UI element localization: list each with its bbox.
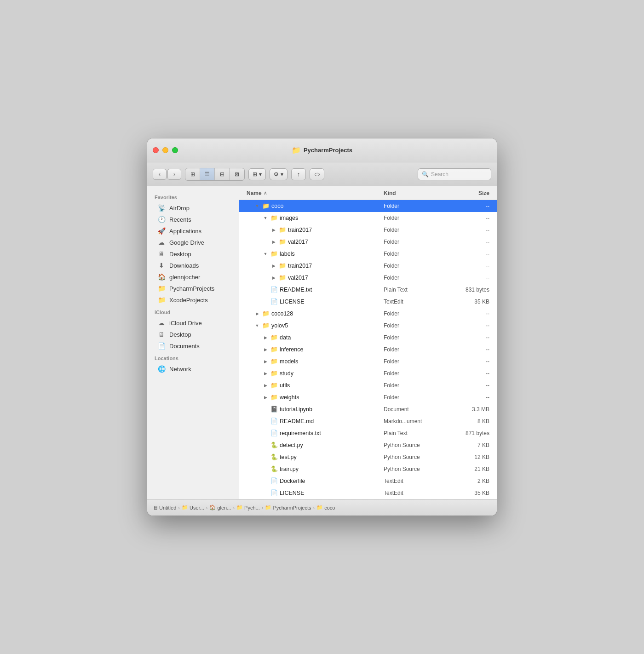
action-button[interactable]: ⚙ ▾ (270, 168, 288, 180)
expand-button[interactable]: ▶ (262, 370, 269, 377)
sidebar-label-airdrop: AirDrop (169, 205, 190, 212)
sidebar-item-recents[interactable]: 🕐 Recents (150, 214, 236, 225)
expand-button[interactable]: ▶ (262, 334, 269, 341)
breadcrumb-separator: › (313, 505, 315, 511)
expand-button[interactable]: ▶ (270, 263, 277, 269)
back-icon: ‹ (159, 171, 161, 178)
breadcrumb-item[interactable]: 🏠 glen... (209, 505, 231, 511)
expand-button[interactable]: ▼ (262, 215, 269, 221)
file-kind: Folder (384, 215, 453, 221)
table-row[interactable]: ▶📁inferenceFolder-- (239, 344, 497, 356)
maximize-button[interactable] (172, 147, 178, 153)
file-size: 831 bytes (453, 287, 489, 293)
sidebar-label-recents: Recents (169, 216, 191, 223)
breadcrumb-item[interactable]: 📁 PycharmProjects (265, 505, 311, 511)
table-row[interactable]: ▼📁cocoFolder-- (239, 200, 497, 212)
table-row[interactable]: ▼📁labelsFolder-- (239, 248, 497, 260)
file-kind: Folder (384, 263, 453, 269)
table-row[interactable]: 📄DockerfileTextEdit2 KB (239, 475, 497, 487)
table-row[interactable]: ▶📁studyFolder-- (239, 367, 497, 379)
file-name: coco (271, 203, 283, 209)
col-name-header[interactable]: Name ∧ (247, 190, 384, 196)
table-row[interactable]: ▼📁imagesFolder-- (239, 212, 497, 224)
breadcrumb-item[interactable]: 📁 Pych... (236, 505, 260, 511)
forward-button[interactable]: › (167, 169, 181, 180)
breadcrumb-label: Pych... (244, 505, 260, 511)
file-kind: Document (384, 406, 453, 413)
table-row[interactable]: 📓tutorial.ipynbDocument3.3 MB (239, 403, 497, 415)
sidebar-item-xcodeprojects[interactable]: 📁 XcodeProjects (150, 294, 236, 305)
share-button[interactable]: ↑ (291, 168, 306, 180)
file-size: 12 KB (453, 454, 489, 460)
sidebar-label-icloud-drive: iCloud Drive (169, 320, 202, 327)
sidebar-item-desktop[interactable]: 🖥 Desktop (150, 248, 236, 259)
expand-button[interactable]: ▶ (270, 275, 277, 281)
breadcrumb-item[interactable]: 📁 User... (182, 505, 204, 511)
table-row[interactable]: 🐍detect.pyPython Source7 KB (239, 439, 497, 451)
table-row[interactable]: ▶📁modelsFolder-- (239, 356, 497, 367)
breadcrumb-label: glen... (217, 505, 231, 511)
expand-button[interactable]: ▼ (254, 203, 260, 209)
table-row[interactable]: 📄LICENSETextEdit35 KB (239, 487, 497, 499)
expand-button[interactable]: ▶ (270, 227, 277, 233)
expand-button[interactable]: ▶ (262, 358, 269, 365)
file-type-icon: 📄 (270, 418, 278, 425)
file-type-icon: 📄 (270, 286, 278, 293)
table-row[interactable]: 📄README.txtPlain Text831 bytes (239, 284, 497, 296)
sidebar-item-documents[interactable]: 📄 Documents (150, 340, 236, 351)
table-row[interactable]: ▶📁coco128Folder-- (239, 308, 497, 320)
tag-button[interactable]: ⬭ (310, 168, 324, 180)
breadcrumb-icon: 📁 (265, 505, 271, 511)
view-gallery-button[interactable]: ⊠ (230, 168, 244, 180)
expand-button[interactable]: ▶ (262, 346, 269, 353)
file-name: LICENSE (280, 298, 305, 305)
sidebar-item-downloads[interactable]: ⬇ Downloads (150, 260, 236, 271)
col-size-header[interactable]: Size (453, 190, 489, 196)
expand-button[interactable]: ▶ (262, 382, 269, 389)
view-list-button[interactable]: ☰ (200, 168, 215, 180)
minimize-button[interactable] (162, 147, 168, 153)
table-row[interactable]: 📄README.mdMarkdo...ument8 KB (239, 415, 497, 427)
table-row[interactable]: 🐍train.pyPython Source21 KB (239, 463, 497, 475)
sidebar-item-google-drive[interactable]: ☁ Google Drive (150, 237, 236, 248)
breadcrumb-item[interactable]: 📁 coco (316, 505, 335, 511)
expand-button[interactable]: ▶ (254, 310, 260, 317)
table-row[interactable]: ▶📁val2017Folder-- (239, 236, 497, 248)
sidebar-item-glennjocher[interactable]: 🏠 glennjocher (150, 271, 236, 282)
search-bar[interactable]: 🔍 Search (418, 168, 491, 180)
file-size: 21 KB (453, 466, 489, 472)
view-icon-button[interactable]: ⊞ (185, 168, 200, 180)
table-row[interactable]: 📄LICENSETextEdit35 KB (239, 296, 497, 308)
file-kind: TextEdit (384, 478, 453, 484)
group-by-button[interactable]: ⊞ ▾ (248, 168, 266, 180)
file-size: -- (453, 263, 489, 269)
expand-button[interactable]: ▶ (270, 239, 277, 245)
sidebar-item-icloud-drive[interactable]: ☁ iCloud Drive (150, 317, 236, 328)
close-button[interactable] (153, 147, 159, 153)
file-name-cell: 🐍train.py (247, 465, 384, 472)
sidebar-item-network[interactable]: 🌐 Network (150, 363, 236, 374)
table-row[interactable]: ▶📁dataFolder-- (239, 332, 497, 344)
sidebar-item-applications[interactable]: 🚀 Applications (150, 225, 236, 236)
sidebar-item-icloud-desktop[interactable]: 🖥 Desktop (150, 329, 236, 340)
expand-button[interactable]: ▼ (262, 251, 269, 257)
back-button[interactable]: ‹ (153, 169, 167, 180)
sidebar-item-airdrop[interactable]: 📡 AirDrop (150, 202, 236, 213)
table-row[interactable]: ▶📁val2017Folder-- (239, 272, 497, 284)
file-type-icon: 🐍 (270, 442, 278, 448)
expand-button[interactable]: ▼ (254, 322, 260, 329)
view-column-button[interactable]: ⊟ (215, 168, 230, 180)
table-row[interactable]: ▶📁weightsFolder-- (239, 391, 497, 403)
table-row[interactable]: ▶📁train2017Folder-- (239, 224, 497, 236)
table-row[interactable]: ▶📁train2017Folder-- (239, 260, 497, 272)
file-type-icon: 📁 (270, 394, 278, 401)
sidebar-item-pycharmprojects[interactable]: 📁 PycharmProjects (150, 283, 236, 294)
table-row[interactable]: 🐍test.pyPython Source12 KB (239, 451, 497, 463)
table-row[interactable]: ▶📁utilsFolder-- (239, 379, 497, 391)
file-size: 2 KB (453, 478, 489, 484)
expand-button[interactable]: ▶ (262, 394, 269, 401)
col-kind-header[interactable]: Kind (384, 190, 453, 196)
table-row[interactable]: ▼📁yolov5Folder-- (239, 320, 497, 332)
table-row[interactable]: 📄requirements.txtPlain Text871 bytes (239, 427, 497, 439)
breadcrumb-item[interactable]: 🖥 Untitled (153, 505, 176, 511)
